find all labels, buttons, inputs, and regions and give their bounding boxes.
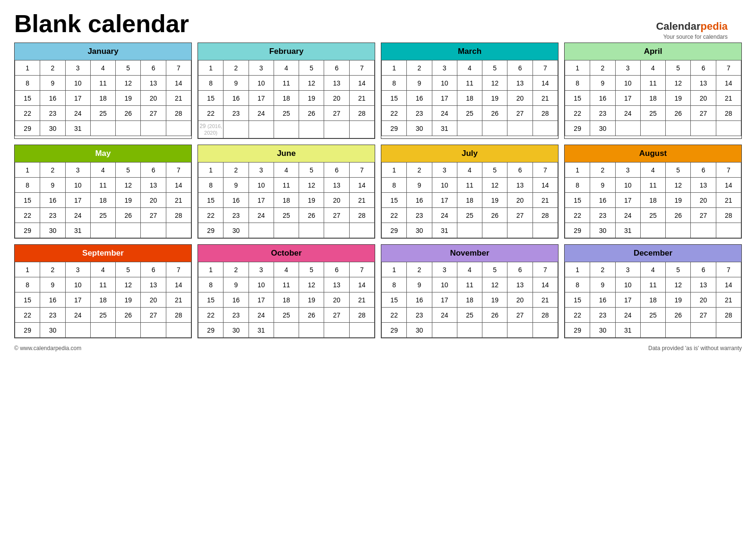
day-cell [90,323,115,338]
day-cell: 25 [274,308,299,323]
day-cell [482,323,507,338]
day-cell [716,121,741,136]
day-cell: 28 [166,308,191,323]
day-cell [507,223,533,238]
month-header-june: June [198,145,375,162]
day-cell: 20 [141,91,166,106]
day-cell: 28 [349,106,374,121]
day-cell: 29 [382,121,407,136]
day-cell [299,223,324,238]
day-cell: 24 [432,308,457,323]
table-row: 891011121314 [198,76,375,91]
day-cell: 6 [141,163,166,178]
day-cell: 23 [407,308,432,323]
day-cell: 27 [691,106,716,121]
day-cell [324,223,349,238]
day-cell: 5 [482,60,507,76]
day-cell: 11 [274,76,299,91]
day-cell: 29 [565,223,590,238]
day-cell: 26 [299,308,324,323]
day-cell: 2 [40,163,65,178]
day-cell: 7 [533,60,558,76]
day-cell: 10 [65,76,90,91]
month-header-march: March [381,43,558,60]
month-table-november: 1234567891011121314151617181920212223242… [381,262,558,338]
table-row: 2930 [198,223,375,238]
day-cell: 28 [716,208,741,223]
day-cell: 21 [166,91,191,106]
day-cell: 5 [299,60,324,76]
day-cell: 15 [382,292,407,308]
day-cell: 14 [349,277,374,292]
month-header-july: July [381,145,558,162]
day-cell: 7 [166,163,191,178]
table-row: 22232425262728 [382,106,558,121]
day-cell: 12 [299,76,324,91]
day-cell: 24 [249,106,274,121]
logo: Calendarpedia Your source for calendars [656,20,728,41]
day-cell: 17 [65,292,90,308]
month-header-february: February [198,43,375,60]
day-cell: 13 [324,76,349,91]
month-header-august: August [565,145,741,162]
day-cell: 16 [223,193,249,208]
day-cell: 1 [198,262,223,277]
footer: © www.calendarpedia.com Data provided 'a… [14,345,742,352]
day-cell: 4 [90,262,115,277]
day-cell: 6 [691,262,716,277]
day-cell: 30 [590,223,615,238]
day-cell: 12 [482,277,507,292]
day-cell: 3 [615,163,640,178]
table-row: 293031 [382,223,558,238]
day-cell [141,223,166,238]
day-cell [716,223,741,238]
table-row: 1234567 [198,163,375,178]
day-cell: 5 [116,60,141,76]
day-cell: 6 [324,262,349,277]
day-cell: 10 [249,277,274,292]
day-cell: 23 [223,106,249,121]
day-cell: 23 [590,208,615,223]
day-cell: 28 [166,208,191,223]
day-cell: 18 [640,91,665,106]
table-row: 22232425262728 [15,208,191,223]
day-cell: 25 [640,208,665,223]
day-cell: 13 [324,277,349,292]
day-cell: 16 [590,91,615,106]
month-table-june: 1234567891011121314151617181920212223242… [198,162,375,238]
month-header-december: December [565,245,741,262]
day-cell: 22 [198,208,223,223]
day-cell: 9 [407,178,432,193]
day-cell: 27 [691,308,716,323]
day-cell: 20 [691,91,716,106]
day-cell: 13 [507,277,533,292]
day-cell: 18 [457,91,482,106]
day-cell [457,223,482,238]
day-cell: 21 [716,292,741,308]
day-cell [666,223,691,238]
day-cell: 23 [40,208,65,223]
day-cell: 15 [565,193,590,208]
day-cell: 4 [457,262,482,277]
day-cell: 17 [432,292,457,308]
month-header-september: September [15,245,191,262]
day-cell: 11 [90,277,115,292]
day-cell: 19 [482,292,507,308]
day-cell: 27 [324,208,349,223]
day-cell: 3 [65,262,90,277]
day-cell: 21 [533,193,558,208]
month-may: May1234567891011121314151617181920212223… [14,145,192,239]
day-cell: 27 [141,308,166,323]
day-cell: 4 [274,262,299,277]
table-row: 22232425262728 [565,208,741,223]
day-cell: 1 [382,163,407,178]
day-cell: 19 [299,193,324,208]
day-cell [274,121,299,138]
day-cell: 1 [15,262,40,277]
day-cell: 6 [691,163,716,178]
day-cell [457,121,482,136]
day-cell: 27 [691,208,716,223]
calendar-grid: January123456789101112131415161718192021… [14,43,742,338]
day-cell: 1 [382,60,407,76]
day-cell: 3 [432,60,457,76]
